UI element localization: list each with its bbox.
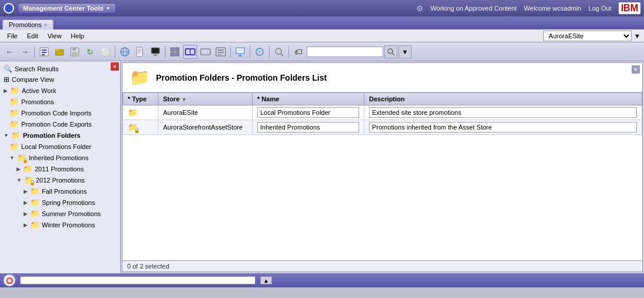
sidebar-promo-folders-label: Promotion Folders (23, 132, 81, 139)
svg-rect-5 (55, 49, 59, 51)
svg-rect-12 (137, 47, 142, 57)
store-sort-arrow: ▼ (181, 97, 187, 102)
app-title-arrow: ▼ (106, 6, 111, 11)
row1-name (253, 105, 364, 120)
sidebar-spring-label: Spring Promotions (42, 199, 95, 206)
btn2[interactable] (183, 45, 197, 59)
btn3[interactable] (198, 45, 213, 59)
toolbar-separator-1 (34, 46, 35, 58)
inherited-folder-icon: 📁 🔒 (17, 153, 26, 162)
tab-close-button[interactable]: × (44, 22, 47, 28)
svg-rect-29 (218, 54, 221, 55)
2011-arrow: ▶ (16, 166, 21, 172)
col-description[interactable]: Description (364, 93, 642, 105)
top-bar: Management Center Tools ▼ ⚙ Working on A… (0, 0, 644, 16)
sidebar-close-button[interactable]: ✕ (111, 62, 119, 71)
toolbar-separator-7 (288, 46, 289, 58)
monitor-button[interactable] (148, 45, 162, 59)
sidebar-item-2012-promotions[interactable]: ▼ 📁 🔒 2012 Promotions (0, 174, 120, 186)
btn1[interactable] (168, 45, 182, 59)
menu-edit[interactable]: Edit (24, 31, 42, 41)
svg-rect-1 (42, 49, 47, 51)
2012-arrow: ▼ (16, 177, 22, 183)
sidebar-item-fall-promotions[interactable]: ▶ 📁 Fall Promotions (0, 186, 120, 197)
col-store[interactable]: Store ▼ (158, 93, 253, 105)
sidebar-item-search-results[interactable]: 🔍 Search Results (0, 64, 120, 74)
svg-rect-18 (153, 55, 158, 56)
svg-rect-25 (201, 49, 210, 55)
forward-button[interactable]: → (18, 45, 32, 59)
table-container: * Type Store ▼ * Name Description (122, 92, 642, 260)
content-header: 📁 Promotion Folders - Promotion Folders … (122, 63, 642, 92)
row1-name-input[interactable] (257, 107, 359, 118)
btn4[interactable] (214, 45, 228, 59)
spring-icon: 📁 (30, 198, 39, 207)
sidebar-inherited-label: Inherited Promotions (29, 154, 89, 161)
btn5[interactable] (233, 45, 247, 59)
sidebar-search-results-label: Search Results (15, 65, 59, 72)
row2-desc-input[interactable] (369, 122, 637, 133)
sidebar-item-promo-code-exports[interactable]: 📁 Promotion Code Exports (0, 118, 120, 130)
toolbar-separator-6 (269, 46, 270, 58)
back-button[interactable]: ← (2, 45, 16, 59)
search-options-button[interactable]: ▼ (399, 45, 411, 58)
app-title-button[interactable]: Management Center Tools ▼ (18, 3, 116, 14)
toolbar-separator-5 (250, 46, 250, 58)
btn6[interactable]: ? (253, 45, 267, 59)
promo-folders-arrow: ▼ (4, 133, 9, 138)
sidebar-item-compare-view[interactable]: ⊞ Compare View (0, 74, 120, 85)
sidebar-2011-label: 2011 Promotions (35, 165, 84, 173)
svg-point-35 (275, 48, 281, 54)
promo-folders-icon: 📁 (11, 131, 21, 140)
tab-bar: Promotions × (0, 16, 644, 29)
toolbar-separator-4 (230, 46, 231, 58)
btn7[interactable] (272, 45, 286, 59)
col-name[interactable]: * Name (253, 93, 364, 105)
open-button[interactable] (52, 45, 67, 59)
search-button[interactable] (384, 45, 397, 58)
document-button[interactable] (133, 45, 147, 59)
content-title: Promotion Folders - Promotion Folders Li… (156, 73, 327, 82)
row1-store: AuroraESite (158, 105, 253, 120)
promo-exports-icon: 📁 (9, 120, 19, 128)
inherited-arrow: ▼ (9, 155, 15, 161)
new-button[interactable] (37, 45, 51, 59)
search-input[interactable] (307, 47, 383, 57)
svg-line-36 (281, 54, 283, 56)
fall-icon: 📁 (30, 187, 39, 196)
menu-help[interactable]: Help (67, 31, 88, 41)
svg-rect-20 (175, 48, 179, 51)
stop-button[interactable]: ⚪ (98, 45, 112, 59)
content-close-button[interactable]: ✕ (632, 65, 640, 74)
sidebar-item-2011-promotions[interactable]: ▶ 📁 2011 Promotions (0, 163, 120, 174)
store-select[interactable]: AuroraESite (543, 31, 632, 41)
bottom-expand-button[interactable]: ▲ (260, 276, 272, 284)
fall-arrow: ▶ (24, 188, 28, 194)
menu-file[interactable]: File (4, 31, 21, 41)
row2-description (364, 120, 642, 135)
menu-view[interactable]: View (44, 31, 65, 41)
save-button[interactable] (68, 45, 82, 59)
search-icon: 🔍 (4, 65, 12, 73)
tag-icon: 🏷 (291, 45, 306, 59)
refresh-button[interactable]: ↻ (83, 45, 97, 59)
logout-button[interactable]: Log Out (589, 5, 612, 12)
row2-name-input[interactable] (257, 122, 359, 133)
sidebar-item-spring-promotions[interactable]: ▶ 📁 Spring Promotions (0, 197, 120, 208)
sidebar-item-winter-promotions[interactable]: ▶ 📁 Winter Promotions (0, 219, 120, 230)
sidebar-item-promo-code-imports[interactable]: 📁 Promotion Code Imports (0, 107, 120, 118)
sidebar-item-promotion-folders[interactable]: ▼ 📁 Promotion Folders (0, 130, 120, 141)
row1-desc-input[interactable] (369, 107, 637, 118)
sidebar-item-active-work[interactable]: ▶ 📁 Active Work (0, 85, 120, 96)
web-button[interactable] (118, 45, 132, 59)
search-wrap: 🏷 ▼ (291, 45, 411, 59)
col-type[interactable]: * Type (123, 93, 158, 105)
2012-folder-icon: 📁 🔒 (24, 176, 34, 184)
sidebar-item-local-promotions[interactable]: 📁 Local Promotions Folder (0, 141, 120, 152)
promotions-tab[interactable]: Promotions × (2, 19, 54, 29)
sidebar-item-summer-promotions[interactable]: ▶ 📁 Summer Promotions (0, 208, 120, 219)
sidebar-compare-label: Compare View (12, 76, 54, 83)
table-row: 📁 🔒 AuroraStorefrontAssetStore (123, 120, 642, 135)
sidebar-item-inherited-promotions[interactable]: ▼ 📁 🔒 Inherited Promotions (0, 152, 120, 163)
sidebar-item-promotions[interactable]: 📁 Promotions (0, 96, 120, 107)
